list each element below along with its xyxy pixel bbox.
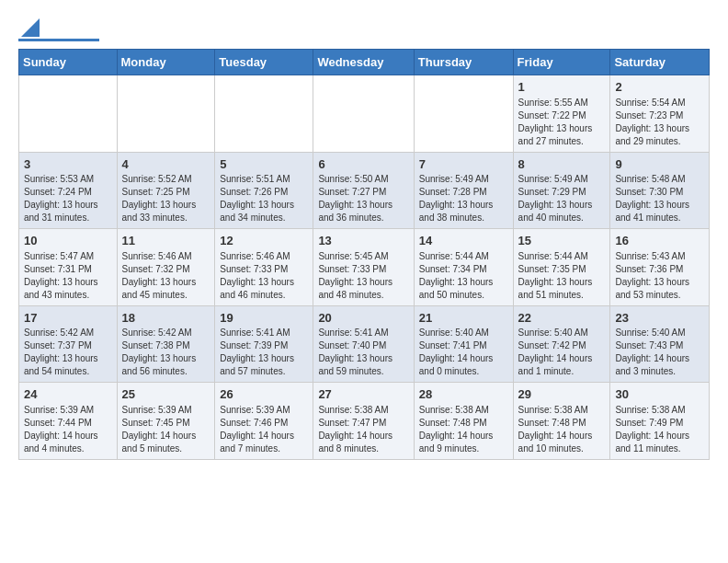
calendar-day-cell: 21Sunrise: 5:40 AM Sunset: 7:41 PM Dayli… [414, 305, 513, 383]
calendar-day-cell: 1Sunrise: 5:55 AM Sunset: 7:22 PM Daylig… [513, 75, 610, 153]
calendar-day-cell: 8Sunrise: 5:49 AM Sunset: 7:29 PM Daylig… [513, 152, 610, 229]
day-info: Sunrise: 5:49 AM Sunset: 7:29 PM Dayligh… [518, 173, 606, 224]
day-info: Sunrise: 5:38 AM Sunset: 7:47 PM Dayligh… [318, 404, 408, 455]
day-info: Sunrise: 5:40 AM Sunset: 7:41 PM Dayligh… [419, 327, 508, 378]
day-number: 18 [122, 310, 210, 327]
day-info: Sunrise: 5:47 AM Sunset: 7:31 PM Dayligh… [24, 250, 112, 302]
day-number: 21 [419, 310, 508, 327]
weekday-header-cell: Friday [513, 50, 610, 75]
day-number: 13 [318, 233, 408, 249]
calendar-day-cell: 29Sunrise: 5:38 AM Sunset: 7:48 PM Dayli… [513, 383, 610, 460]
day-number: 4 [122, 156, 210, 173]
page-header [18, 15, 710, 41]
calendar-day-cell: 3Sunrise: 5:53 AM Sunset: 7:24 PM Daylig… [19, 152, 118, 229]
calendar-day-cell [313, 75, 414, 153]
day-number: 10 [24, 233, 112, 249]
day-number: 11 [122, 233, 210, 249]
day-info: Sunrise: 5:42 AM Sunset: 7:37 PM Dayligh… [24, 327, 112, 378]
weekday-header-cell: Thursday [414, 50, 513, 75]
day-info: Sunrise: 5:39 AM Sunset: 7:45 PM Dayligh… [122, 404, 210, 455]
calendar-week-row: 17Sunrise: 5:42 AM Sunset: 7:37 PM Dayli… [19, 305, 710, 383]
day-number: 5 [220, 156, 308, 173]
weekday-header-cell: Monday [117, 50, 215, 75]
day-number: 7 [419, 156, 508, 173]
day-number: 30 [615, 386, 704, 403]
day-info: Sunrise: 5:44 AM Sunset: 7:35 PM Dayligh… [518, 250, 606, 302]
calendar-day-cell: 4Sunrise: 5:52 AM Sunset: 7:25 PM Daylig… [117, 152, 215, 229]
day-info: Sunrise: 5:38 AM Sunset: 7:49 PM Dayligh… [615, 404, 704, 455]
day-info: Sunrise: 5:46 AM Sunset: 7:32 PM Dayligh… [122, 250, 210, 302]
calendar-day-cell: 10Sunrise: 5:47 AM Sunset: 7:31 PM Dayli… [19, 229, 118, 306]
day-info: Sunrise: 5:46 AM Sunset: 7:33 PM Dayligh… [220, 250, 308, 302]
calendar-table: SundayMondayTuesdayWednesdayThursdayFrid… [18, 49, 710, 460]
calendar-week-row: 3Sunrise: 5:53 AM Sunset: 7:24 PM Daylig… [19, 152, 710, 229]
day-info: Sunrise: 5:48 AM Sunset: 7:30 PM Dayligh… [615, 173, 704, 224]
svg-marker-0 [21, 18, 40, 37]
calendar-day-cell: 24Sunrise: 5:39 AM Sunset: 7:44 PM Dayli… [19, 383, 118, 460]
logo-underline [18, 39, 99, 41]
calendar-day-cell: 16Sunrise: 5:43 AM Sunset: 7:36 PM Dayli… [610, 229, 710, 306]
calendar-day-cell: 11Sunrise: 5:46 AM Sunset: 7:32 PM Dayli… [117, 229, 215, 306]
day-number: 15 [518, 233, 606, 249]
day-info: Sunrise: 5:51 AM Sunset: 7:26 PM Dayligh… [220, 173, 308, 224]
day-info: Sunrise: 5:39 AM Sunset: 7:44 PM Dayligh… [24, 404, 112, 455]
weekday-header-cell: Sunday [19, 50, 118, 75]
calendar-day-cell: 6Sunrise: 5:50 AM Sunset: 7:27 PM Daylig… [313, 152, 414, 229]
calendar-day-cell: 18Sunrise: 5:42 AM Sunset: 7:38 PM Dayli… [117, 305, 215, 383]
day-number: 20 [318, 310, 408, 327]
day-info: Sunrise: 5:41 AM Sunset: 7:39 PM Dayligh… [220, 327, 308, 378]
day-number: 17 [24, 310, 112, 327]
day-info: Sunrise: 5:43 AM Sunset: 7:36 PM Dayligh… [615, 250, 704, 302]
day-number: 8 [518, 156, 606, 173]
calendar-day-cell: 13Sunrise: 5:45 AM Sunset: 7:33 PM Dayli… [313, 229, 414, 306]
day-number: 12 [220, 233, 308, 249]
day-info: Sunrise: 5:40 AM Sunset: 7:43 PM Dayligh… [615, 327, 704, 378]
day-info: Sunrise: 5:39 AM Sunset: 7:46 PM Dayligh… [220, 404, 308, 455]
calendar-day-cell: 2Sunrise: 5:54 AM Sunset: 7:23 PM Daylig… [610, 75, 710, 153]
day-info: Sunrise: 5:38 AM Sunset: 7:48 PM Dayligh… [419, 404, 508, 455]
calendar-day-cell: 17Sunrise: 5:42 AM Sunset: 7:37 PM Dayli… [19, 305, 118, 383]
logo [18, 18, 99, 41]
day-number: 14 [419, 233, 508, 249]
logo-arrow-icon [21, 18, 40, 37]
calendar-day-cell: 26Sunrise: 5:39 AM Sunset: 7:46 PM Dayli… [215, 383, 313, 460]
calendar-day-cell [19, 75, 118, 153]
day-number: 23 [615, 310, 704, 327]
calendar-day-cell: 12Sunrise: 5:46 AM Sunset: 7:33 PM Dayli… [215, 229, 313, 306]
calendar-day-cell: 22Sunrise: 5:40 AM Sunset: 7:42 PM Dayli… [513, 305, 610, 383]
weekday-header-cell: Saturday [610, 50, 710, 75]
day-info: Sunrise: 5:52 AM Sunset: 7:25 PM Dayligh… [122, 173, 210, 224]
day-number: 6 [318, 156, 408, 173]
calendar-body: 1Sunrise: 5:55 AM Sunset: 7:22 PM Daylig… [19, 75, 710, 460]
day-info: Sunrise: 5:38 AM Sunset: 7:48 PM Dayligh… [518, 404, 606, 455]
weekday-header-cell: Wednesday [313, 50, 414, 75]
calendar-day-cell: 19Sunrise: 5:41 AM Sunset: 7:39 PM Dayli… [215, 305, 313, 383]
calendar-day-cell: 7Sunrise: 5:49 AM Sunset: 7:28 PM Daylig… [414, 152, 513, 229]
calendar-day-cell [117, 75, 215, 153]
calendar-day-cell: 15Sunrise: 5:44 AM Sunset: 7:35 PM Dayli… [513, 229, 610, 306]
day-number: 26 [220, 386, 308, 403]
calendar-day-cell: 28Sunrise: 5:38 AM Sunset: 7:48 PM Dayli… [414, 383, 513, 460]
day-info: Sunrise: 5:40 AM Sunset: 7:42 PM Dayligh… [518, 327, 606, 378]
day-number: 2 [615, 79, 704, 96]
day-number: 1 [518, 79, 606, 96]
calendar-day-cell [414, 75, 513, 153]
day-info: Sunrise: 5:44 AM Sunset: 7:34 PM Dayligh… [419, 250, 508, 302]
calendar-week-row: 1Sunrise: 5:55 AM Sunset: 7:22 PM Daylig… [19, 75, 710, 153]
day-number: 29 [518, 386, 606, 403]
day-number: 3 [24, 156, 112, 173]
calendar-day-cell: 25Sunrise: 5:39 AM Sunset: 7:45 PM Dayli… [117, 383, 215, 460]
day-number: 28 [419, 386, 508, 403]
day-number: 16 [615, 233, 704, 249]
day-info: Sunrise: 5:42 AM Sunset: 7:38 PM Dayligh… [122, 327, 210, 378]
day-info: Sunrise: 5:50 AM Sunset: 7:27 PM Dayligh… [318, 173, 408, 224]
day-info: Sunrise: 5:41 AM Sunset: 7:40 PM Dayligh… [318, 327, 408, 378]
day-number: 24 [24, 386, 112, 403]
weekday-header-row: SundayMondayTuesdayWednesdayThursdayFrid… [19, 50, 710, 75]
calendar-day-cell: 20Sunrise: 5:41 AM Sunset: 7:40 PM Dayli… [313, 305, 414, 383]
calendar-day-cell: 14Sunrise: 5:44 AM Sunset: 7:34 PM Dayli… [414, 229, 513, 306]
day-number: 25 [122, 386, 210, 403]
calendar-day-cell: 27Sunrise: 5:38 AM Sunset: 7:47 PM Dayli… [313, 383, 414, 460]
day-number: 27 [318, 386, 408, 403]
calendar-day-cell: 30Sunrise: 5:38 AM Sunset: 7:49 PM Dayli… [610, 383, 710, 460]
